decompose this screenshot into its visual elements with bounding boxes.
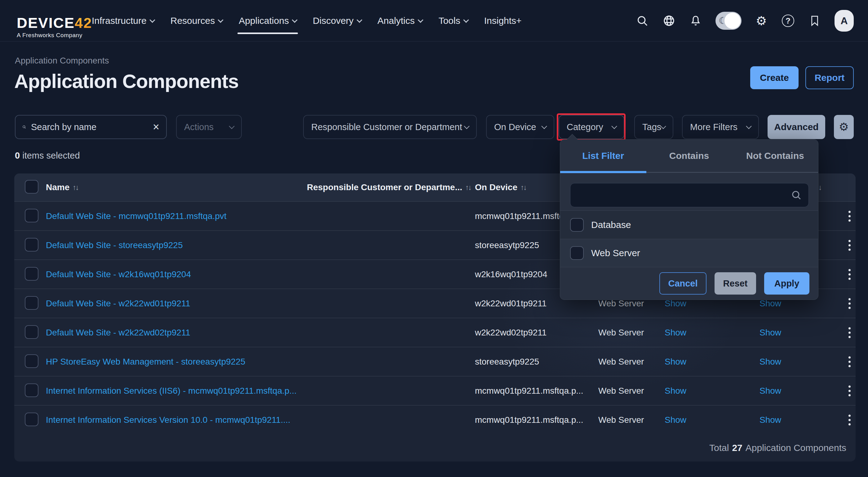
- row-actions-kebab[interactable]: [840, 240, 859, 250]
- bookmark-icon[interactable]: [808, 14, 822, 28]
- show-link[interactable]: Show: [760, 328, 781, 338]
- show-link[interactable]: Show: [760, 357, 781, 367]
- row-actions-kebab[interactable]: [840, 211, 859, 222]
- on-device-value: mcmwq01tp9211.msftqa.p...: [475, 415, 583, 425]
- option-web-server[interactable]: Web Server: [560, 239, 818, 267]
- show-link[interactable]: Show: [664, 415, 686, 425]
- chevron-down-icon: [746, 123, 751, 129]
- clear-search-icon[interactable]: ×: [153, 122, 159, 133]
- search-icon: [22, 122, 26, 132]
- show-link[interactable]: Show: [664, 386, 686, 396]
- column-header-responsible[interactable]: Responsible Customer or Departme...↑↓: [307, 182, 471, 192]
- select-all-checkbox[interactable]: [25, 180, 38, 194]
- search-icon[interactable]: [636, 14, 649, 28]
- row-checkbox[interactable]: [25, 325, 38, 339]
- kebab-icon: [848, 414, 850, 425]
- notifications-bell-icon[interactable]: [689, 14, 703, 28]
- on-device-value: w2k22wd01tp9211: [475, 299, 547, 308]
- responsible-customer-filter[interactable]: Responsible Customer or Department: [303, 115, 477, 139]
- sort-icon[interactable]: ↑↓: [465, 183, 471, 192]
- kebab-icon: [848, 269, 850, 280]
- component-name-link[interactable]: Internet Information Services (IIS6) - m…: [46, 386, 297, 396]
- nav-infrastructure[interactable]: Infrastructure: [92, 0, 154, 41]
- tags-filter[interactable]: Tags: [634, 115, 673, 139]
- on-device-filter[interactable]: On Device: [486, 115, 554, 139]
- more-filters-dropdown[interactable]: More Filters: [682, 115, 759, 139]
- sort-icon[interactable]: ↑↓: [72, 183, 78, 192]
- column-header-name[interactable]: Name↑↓: [46, 182, 78, 192]
- search-icon: [791, 190, 802, 200]
- chevron-down-icon: [356, 17, 362, 23]
- component-name-link[interactable]: Default Web Site - mcmwq01tp9211.msftqa.…: [46, 211, 227, 221]
- component-name-link[interactable]: Default Web Site - w2k22wd02tp9211: [46, 328, 190, 338]
- table-row: HP StoreEasy Web Management - storeeasyt…: [14, 347, 856, 376]
- nav-resources[interactable]: Resources: [170, 0, 223, 41]
- row-checkbox[interactable]: [25, 209, 38, 223]
- globe-icon[interactable]: [662, 14, 676, 28]
- report-button[interactable]: Report: [805, 66, 854, 89]
- tab-contains[interactable]: Contains: [646, 140, 732, 172]
- sort-icon-partial[interactable]: ↓: [818, 183, 822, 192]
- apply-button[interactable]: Apply: [764, 272, 809, 295]
- component-name-link[interactable]: Default Web Site - w2k16wq01tp9204: [46, 270, 191, 279]
- nav-insights[interactable]: Insights+: [484, 0, 522, 41]
- row-actions-kebab[interactable]: [840, 356, 859, 367]
- user-avatar[interactable]: A: [835, 10, 854, 32]
- help-icon[interactable]: ?: [781, 14, 795, 28]
- row-actions-kebab[interactable]: [840, 327, 859, 338]
- popup-search-input[interactable]: [577, 190, 791, 200]
- column-header-on-device[interactable]: On Device↑↓: [475, 182, 526, 192]
- show-link[interactable]: Show: [664, 299, 686, 308]
- page-title: Application Components: [14, 70, 238, 92]
- component-name-link[interactable]: Default Web Site - w2k22wd01tp9211: [46, 299, 190, 308]
- search-by-name-box: ×: [15, 115, 167, 139]
- database-checkbox[interactable]: [570, 218, 584, 232]
- row-checkbox[interactable]: [25, 383, 38, 397]
- component-name-link[interactable]: Internet Information Services Version 10…: [46, 415, 290, 425]
- popup-search-box: [570, 183, 809, 207]
- create-button[interactable]: Create: [750, 66, 799, 89]
- reset-button[interactable]: Reset: [715, 272, 756, 295]
- search-input[interactable]: [31, 122, 148, 132]
- row-checkbox[interactable]: [25, 413, 38, 426]
- table-row: Default Web Site - w2k22wd02tp9211 w2k22…: [14, 318, 856, 347]
- category-value: Web Server: [598, 299, 644, 308]
- row-actions-kebab[interactable]: [840, 414, 859, 425]
- logo-subtitle: A Freshworks Company: [17, 32, 92, 39]
- actions-dropdown[interactable]: Actions: [176, 115, 242, 139]
- category-filter[interactable]: Category: [559, 115, 624, 139]
- show-link[interactable]: Show: [664, 328, 686, 338]
- row-actions-kebab[interactable]: [840, 269, 859, 280]
- nav-applications[interactable]: Applications: [239, 0, 297, 41]
- show-link[interactable]: Show: [760, 299, 781, 308]
- row-checkbox[interactable]: [25, 238, 38, 251]
- row-actions-kebab[interactable]: [840, 385, 859, 396]
- web-server-checkbox[interactable]: [570, 246, 584, 260]
- nav-discovery[interactable]: Discovery: [313, 0, 362, 41]
- category-filter-popup: List Filter Contains Not Contains Databa…: [560, 139, 818, 300]
- advanced-button[interactable]: Advanced: [768, 115, 825, 139]
- device42-logo[interactable]: DEVICE42 A Freshworks Company: [17, 15, 92, 39]
- component-name-link[interactable]: Default Web Site - storeeasytp9225: [46, 240, 183, 250]
- row-actions-kebab[interactable]: [840, 298, 859, 309]
- theme-toggle[interactable]: ☾: [715, 12, 742, 30]
- table-settings-button[interactable]: ⚙: [834, 115, 854, 139]
- chevron-down-icon: [541, 123, 547, 129]
- show-link[interactable]: Show: [664, 357, 686, 367]
- kebab-icon: [848, 240, 850, 250]
- tab-not-contains[interactable]: Not Contains: [732, 140, 818, 172]
- settings-gear-icon[interactable]: ⚙: [754, 14, 768, 28]
- nav-analytics[interactable]: Analytics: [378, 0, 423, 41]
- row-checkbox[interactable]: [25, 296, 38, 310]
- row-checkbox[interactable]: [25, 354, 38, 368]
- top-navigation-bar: DEVICE42 A Freshworks Company Infrastruc…: [0, 0, 868, 41]
- show-link[interactable]: Show: [760, 415, 781, 425]
- option-database[interactable]: Database: [560, 210, 818, 239]
- row-checkbox[interactable]: [25, 267, 38, 281]
- sort-icon[interactable]: ↑↓: [521, 183, 526, 192]
- component-name-link[interactable]: HP StoreEasy Web Management - storeeasyt…: [46, 357, 245, 367]
- tab-list-filter[interactable]: List Filter: [560, 140, 646, 172]
- cancel-button[interactable]: Cancel: [659, 272, 707, 295]
- nav-tools[interactable]: Tools: [439, 0, 468, 41]
- show-link[interactable]: Show: [760, 386, 781, 396]
